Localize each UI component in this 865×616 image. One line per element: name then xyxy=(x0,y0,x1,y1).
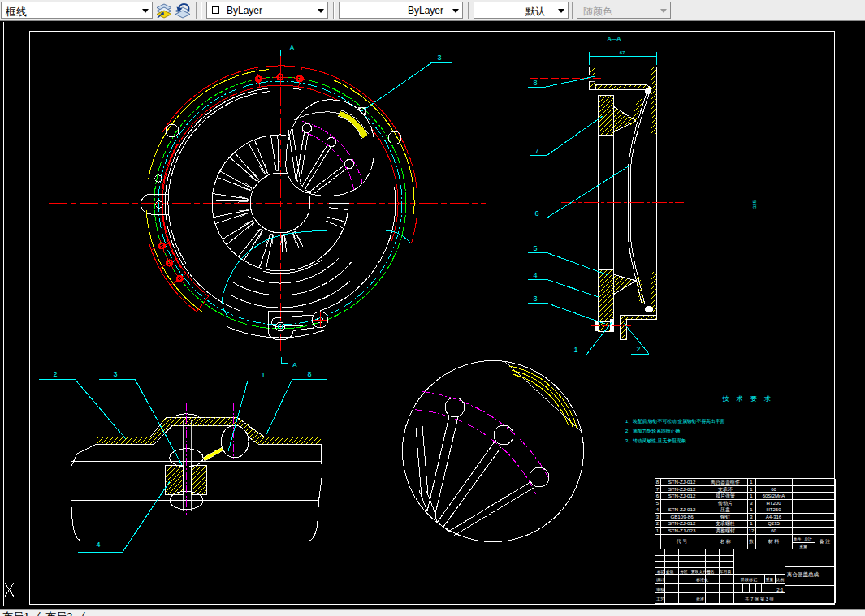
svg-text:3: 3 xyxy=(750,501,753,506)
svg-text:支承环: 支承环 xyxy=(718,487,733,493)
svg-text:12: 12 xyxy=(749,528,755,533)
svg-text:4: 4 xyxy=(96,541,100,549)
svg-text:1: 1 xyxy=(750,487,753,492)
svg-text:审核: 审核 xyxy=(656,587,664,592)
svg-text:4: 4 xyxy=(533,271,537,279)
svg-text:分区: 分区 xyxy=(680,570,688,574)
svg-text:7: 7 xyxy=(534,147,538,155)
svg-text:STN-ZJ-012: STN-ZJ-012 xyxy=(668,493,696,498)
svg-text:数: 数 xyxy=(749,539,754,544)
svg-text:STN-ZJ-023: STN-ZJ-023 xyxy=(668,528,696,533)
svg-text:3: 3 xyxy=(113,370,117,378)
svg-text:签名: 签名 xyxy=(707,570,715,575)
svg-text:2: 2 xyxy=(636,345,640,353)
svg-text:代 号: 代 号 xyxy=(676,539,688,544)
svg-text:材 料: 材 料 xyxy=(768,539,780,545)
svg-text:5: 5 xyxy=(656,501,660,506)
svg-text:共 7 张 第 3 张: 共 7 张 第 3 张 xyxy=(744,597,774,602)
svg-text:1: 1 xyxy=(750,521,753,526)
svg-text:压盘: 压盘 xyxy=(720,506,730,512)
svg-text:2: 2 xyxy=(656,521,660,526)
svg-text:2、施加力矩轮系均衡正确: 2、施加力矩轮系均衡正确 xyxy=(625,428,680,434)
svg-text:传动片: 传动片 xyxy=(718,501,733,506)
svg-text:批准: 批准 xyxy=(696,597,704,602)
svg-text:HT250: HT250 xyxy=(766,507,781,512)
svg-text:8: 8 xyxy=(656,480,660,485)
svg-text:阶段标记: 阶段标记 xyxy=(741,577,757,583)
svg-text:调整螺钉: 调整螺钉 xyxy=(715,528,735,534)
svg-text:重量: 重量 xyxy=(799,544,807,549)
svg-text:比例: 比例 xyxy=(776,578,785,583)
svg-text:名 称: 名 称 xyxy=(720,539,731,545)
svg-text:3: 3 xyxy=(750,515,753,519)
svg-text:GB109-86: GB109-86 xyxy=(670,514,694,519)
svg-text:5: 5 xyxy=(533,244,537,252)
svg-text:STN-ZJ-012: STN-ZJ-012 xyxy=(668,479,696,485)
svg-text:标记: 标记 xyxy=(656,570,665,575)
svg-text:1: 1 xyxy=(750,480,753,485)
svg-text:STN-ZJ-012: STN-ZJ-012 xyxy=(668,506,696,512)
svg-text:A4-316: A4-316 xyxy=(766,515,782,519)
svg-text:A: A xyxy=(292,361,297,368)
svg-text:3: 3 xyxy=(656,515,660,519)
svg-text:1: 1 xyxy=(750,507,753,512)
svg-text:1: 1 xyxy=(750,493,753,498)
svg-text:1、装配后,铆钉不可松动,金属铆钉不得高出平面: 1、装配后,铆钉不可松动,金属铆钉不得高出平面 xyxy=(625,418,725,424)
svg-text:离合器盖总成: 离合器盖总成 xyxy=(786,571,820,578)
svg-text:单件: 单件 xyxy=(793,537,802,541)
svg-text:325: 325 xyxy=(752,200,757,209)
svg-text:Q235: Q235 xyxy=(768,521,780,526)
svg-text:重量: 重量 xyxy=(766,577,774,582)
svg-text:1: 1 xyxy=(573,346,577,354)
svg-text:支承螺栓: 支承螺栓 xyxy=(716,520,735,527)
svg-text:处数: 处数 xyxy=(666,569,674,575)
svg-text:HT200: HT200 xyxy=(766,501,781,506)
svg-text:60Si2MnA: 60Si2MnA xyxy=(763,493,785,498)
svg-text:8: 8 xyxy=(307,370,311,378)
svg-text:总计: 总计 xyxy=(804,537,812,541)
svg-text:A: A xyxy=(290,44,295,51)
svg-text:年月日: 年月日 xyxy=(720,570,731,575)
svg-text:STN-ZJ-012: STN-ZJ-012 xyxy=(668,486,696,492)
svg-text:A—A: A—A xyxy=(608,36,621,41)
svg-text:STN-ZJ-012: STN-ZJ-012 xyxy=(668,520,696,526)
svg-text:离合器盖组件: 离合器盖组件 xyxy=(711,479,740,485)
svg-text:备 注: 备 注 xyxy=(820,538,831,545)
svg-text:膜片弹簧: 膜片弹簧 xyxy=(716,493,735,499)
svg-text:7: 7 xyxy=(656,487,660,492)
svg-text:技 术 要 求: 技 术 要 求 xyxy=(721,395,773,403)
svg-text:8: 8 xyxy=(533,79,537,87)
svg-text:4: 4 xyxy=(656,507,660,512)
svg-text:2:1: 2:1 xyxy=(776,588,784,592)
svg-text:3: 3 xyxy=(437,54,441,62)
svg-text:铆钉: 铆钉 xyxy=(720,514,730,519)
svg-text:3: 3 xyxy=(533,295,537,303)
svg-text:1: 1 xyxy=(261,371,265,379)
svg-text:工艺: 工艺 xyxy=(656,597,664,601)
svg-text:2: 2 xyxy=(53,370,57,378)
svg-text:1: 1 xyxy=(656,528,660,533)
svg-text:60: 60 xyxy=(771,528,776,533)
svg-text:标准化: 标准化 xyxy=(695,577,708,583)
svg-text:67: 67 xyxy=(620,50,625,55)
svg-text:设计: 设计 xyxy=(655,577,664,582)
svg-text:6: 6 xyxy=(656,493,660,498)
svg-text:60: 60 xyxy=(771,487,776,492)
svg-text:6: 6 xyxy=(534,209,538,218)
svg-text:3、转动灵敏性,且无卡阻现象.: 3、转动灵敏性,且无卡阻现象. xyxy=(625,437,687,444)
